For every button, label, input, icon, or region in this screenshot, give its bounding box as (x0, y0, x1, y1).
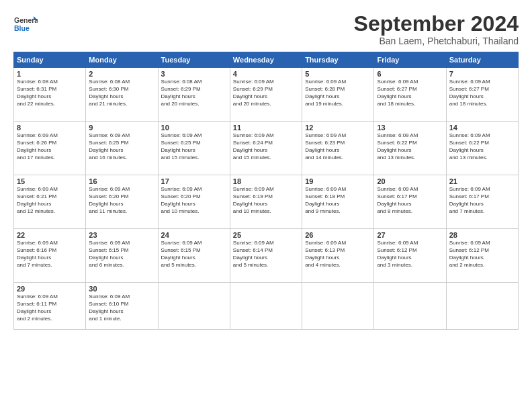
page: General Blue September 2024 Ban Laem, Ph… (0, 0, 532, 411)
table-row: 2 Sunrise: 6:08 AM Sunset: 6:30 PM Dayli… (86, 68, 158, 122)
table-row: 16 Sunrise: 6:09 AM Sunset: 6:20 PM Dayl… (86, 175, 158, 229)
day-number: 8 (17, 124, 83, 132)
cell-content: Sunrise: 6:09 AM Sunset: 6:29 PM Dayligh… (233, 79, 299, 107)
cell-content: Sunrise: 6:09 AM Sunset: 6:21 PM Dayligh… (17, 186, 83, 215)
table-row: 26 Sunrise: 6:09 AM Sunset: 6:13 PM Dayl… (302, 229, 374, 283)
day-number: 28 (449, 231, 515, 239)
day-number: 4 (233, 70, 299, 78)
day-number: 10 (161, 124, 227, 132)
day-number: 26 (305, 231, 371, 239)
table-row: 27 Sunrise: 6:09 AM Sunset: 6:12 PM Dayl… (374, 229, 446, 283)
cell-content: Sunrise: 6:09 AM Sunset: 6:24 PM Dayligh… (233, 132, 299, 161)
cell-content: Sunrise: 6:09 AM Sunset: 6:11 PM Dayligh… (17, 293, 83, 322)
day-number: 3 (161, 70, 227, 78)
cell-content: Sunrise: 6:09 AM Sunset: 6:22 PM Dayligh… (449, 132, 515, 161)
table-row: 28 Sunrise: 6:09 AM Sunset: 6:12 PM Dayl… (446, 229, 518, 283)
cell-content: Sunrise: 6:09 AM Sunset: 6:25 PM Dayligh… (89, 132, 154, 161)
cell-content: Sunrise: 6:09 AM Sunset: 6:18 PM Dayligh… (305, 186, 371, 215)
day-number: 18 (233, 177, 299, 185)
day-number: 19 (305, 177, 371, 185)
header-wednesday: Wednesday (230, 52, 302, 68)
day-number: 25 (233, 231, 299, 239)
header-sunday: Sunday (14, 52, 86, 68)
table-row: 15 Sunrise: 6:09 AM Sunset: 6:21 PM Dayl… (14, 175, 86, 229)
table-row: 22 Sunrise: 6:09 AM Sunset: 6:16 PM Dayl… (14, 229, 86, 283)
svg-text:Blue: Blue (14, 24, 30, 32)
cell-content: Sunrise: 6:09 AM Sunset: 6:20 PM Dayligh… (89, 186, 154, 215)
cell-content: Sunrise: 6:09 AM Sunset: 6:22 PM Dayligh… (377, 132, 443, 161)
table-row: 14 Sunrise: 6:09 AM Sunset: 6:22 PM Dayl… (446, 122, 518, 175)
table-row: 20 Sunrise: 6:09 AM Sunset: 6:17 PM Dayl… (374, 175, 446, 229)
cell-content: Sunrise: 6:09 AM Sunset: 6:14 PM Dayligh… (233, 240, 299, 269)
cell-content: Sunrise: 6:09 AM Sunset: 6:25 PM Dayligh… (161, 132, 227, 161)
header-saturday: Saturday (446, 52, 518, 68)
table-row: 3 Sunrise: 6:08 AM Sunset: 6:29 PM Dayli… (158, 68, 230, 122)
day-number: 30 (89, 285, 154, 293)
table-row (302, 283, 374, 330)
day-number: 24 (161, 231, 227, 239)
calendar-header-row: Sunday Monday Tuesday Wednesday Thursday… (14, 52, 519, 68)
header-tuesday: Tuesday (158, 52, 230, 68)
table-row: 30 Sunrise: 6:09 AM Sunset: 6:10 PM Dayl… (86, 283, 158, 330)
day-number: 5 (305, 70, 371, 78)
calendar-week-5: 29 Sunrise: 6:09 AM Sunset: 6:11 PM Dayl… (14, 283, 519, 330)
calendar-week-2: 8 Sunrise: 6:09 AM Sunset: 6:26 PM Dayli… (14, 122, 519, 175)
cell-content: Sunrise: 6:09 AM Sunset: 6:28 PM Dayligh… (305, 79, 371, 107)
cell-content: Sunrise: 6:08 AM Sunset: 6:30 PM Dayligh… (89, 79, 154, 107)
cell-content: Sunrise: 6:09 AM Sunset: 6:12 PM Dayligh… (449, 240, 515, 269)
calendar-week-3: 15 Sunrise: 6:09 AM Sunset: 6:21 PM Dayl… (14, 175, 519, 229)
day-number: 1 (17, 70, 83, 78)
header-monday: Monday (86, 52, 158, 68)
table-row: 23 Sunrise: 6:09 AM Sunset: 6:15 PM Dayl… (86, 229, 158, 283)
cell-content: Sunrise: 6:09 AM Sunset: 6:13 PM Dayligh… (305, 240, 371, 269)
logo-svg: General Blue (13, 12, 38, 36)
day-number: 21 (449, 177, 515, 185)
cell-content: Sunrise: 6:09 AM Sunset: 6:20 PM Dayligh… (161, 186, 227, 215)
day-number: 14 (449, 124, 515, 132)
cell-content: Sunrise: 6:09 AM Sunset: 6:26 PM Dayligh… (17, 132, 83, 161)
cell-content: Sunrise: 6:09 AM Sunset: 6:27 PM Dayligh… (449, 79, 515, 107)
table-row (374, 283, 446, 330)
table-row: 1 Sunrise: 6:08 AM Sunset: 6:31 PM Dayli… (14, 68, 86, 122)
table-row: 19 Sunrise: 6:09 AM Sunset: 6:18 PM Dayl… (302, 175, 374, 229)
day-number: 12 (305, 124, 371, 132)
day-number: 9 (89, 124, 154, 132)
header-friday: Friday (374, 52, 446, 68)
cell-content: Sunrise: 6:09 AM Sunset: 6:12 PM Dayligh… (377, 240, 443, 269)
table-row: 18 Sunrise: 6:09 AM Sunset: 6:19 PM Dayl… (230, 175, 302, 229)
table-row (446, 283, 518, 330)
cell-content: Sunrise: 6:09 AM Sunset: 6:10 PM Dayligh… (89, 293, 154, 322)
cell-content: Sunrise: 6:09 AM Sunset: 6:15 PM Dayligh… (89, 240, 154, 269)
day-number: 7 (449, 70, 515, 78)
day-number: 29 (17, 285, 83, 293)
day-number: 17 (161, 177, 227, 185)
day-number: 6 (377, 70, 443, 78)
day-number: 13 (377, 124, 443, 132)
table-row: 9 Sunrise: 6:09 AM Sunset: 6:25 PM Dayli… (86, 122, 158, 175)
day-number: 11 (233, 124, 299, 132)
day-number: 16 (89, 177, 154, 185)
day-number: 27 (377, 231, 443, 239)
day-number: 22 (17, 231, 83, 239)
table-row: 4 Sunrise: 6:09 AM Sunset: 6:29 PM Dayli… (230, 68, 302, 122)
cell-content: Sunrise: 6:09 AM Sunset: 6:15 PM Dayligh… (161, 240, 227, 269)
calendar-week-1: 1 Sunrise: 6:08 AM Sunset: 6:31 PM Dayli… (14, 68, 519, 122)
table-row (230, 283, 302, 330)
cell-content: Sunrise: 6:09 AM Sunset: 6:17 PM Dayligh… (377, 186, 443, 215)
location-title: Ban Laem, Phetchaburi, Thailand (354, 36, 519, 46)
logo: General Blue (13, 12, 38, 36)
header: General Blue September 2024 Ban Laem, Ph… (13, 12, 519, 46)
cell-content: Sunrise: 6:08 AM Sunset: 6:29 PM Dayligh… (161, 79, 227, 107)
day-number: 23 (89, 231, 154, 239)
table-row (158, 283, 230, 330)
table-row: 13 Sunrise: 6:09 AM Sunset: 6:22 PM Dayl… (374, 122, 446, 175)
table-row: 12 Sunrise: 6:09 AM Sunset: 6:23 PM Dayl… (302, 122, 374, 175)
table-row: 24 Sunrise: 6:09 AM Sunset: 6:15 PM Dayl… (158, 229, 230, 283)
day-number: 2 (89, 70, 154, 78)
cell-content: Sunrise: 6:09 AM Sunset: 6:16 PM Dayligh… (17, 240, 83, 269)
table-row: 6 Sunrise: 6:09 AM Sunset: 6:27 PM Dayli… (374, 68, 446, 122)
title-area: September 2024 Ban Laem, Phetchaburi, Th… (354, 12, 519, 46)
table-row: 5 Sunrise: 6:09 AM Sunset: 6:28 PM Dayli… (302, 68, 374, 122)
cell-content: Sunrise: 6:09 AM Sunset: 6:19 PM Dayligh… (233, 186, 299, 215)
day-number: 15 (17, 177, 83, 185)
